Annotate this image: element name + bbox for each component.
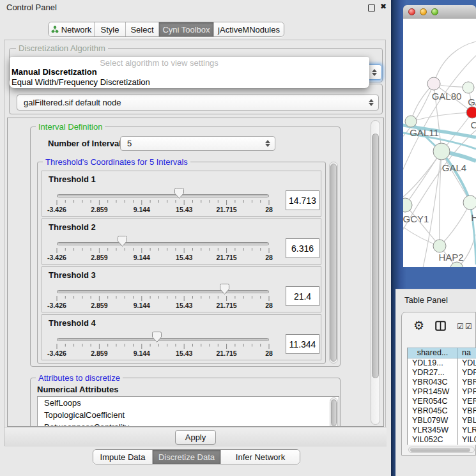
table-cell[interactable]: YLR3 bbox=[458, 426, 476, 435]
tab-label: Cyni Toolbox bbox=[162, 25, 210, 35]
desktop-background: GAL80GACGAL11GAL4GCY1HHAP2 Table Panel ⚙… bbox=[391, 0, 476, 476]
network-edge bbox=[405, 205, 440, 246]
table-cell[interactable]: YPR1 bbox=[458, 387, 476, 397]
tab-label: Network bbox=[61, 25, 92, 35]
table-cell[interactable]: YBR045C bbox=[408, 406, 458, 416]
table-panel-title: Table Panel bbox=[404, 295, 448, 305]
attribute-item[interactable]: TopologicalCoefficient bbox=[38, 409, 339, 421]
attribute-item[interactable]: SelfLoops bbox=[38, 397, 339, 409]
red-node[interactable] bbox=[466, 107, 476, 118]
table-row[interactable]: YIL052CYIL0 bbox=[408, 435, 476, 445]
attribute-item[interactable]: BetweennessCentrality bbox=[38, 421, 339, 427]
table-cell[interactable]: YBL0 bbox=[458, 416, 476, 426]
attributes-group-label: Attributes to discretize bbox=[36, 373, 123, 383]
slider-track[interactable] bbox=[57, 194, 269, 197]
table-cell[interactable]: YER0 bbox=[458, 397, 476, 406]
table-cell[interactable]: YDL1 bbox=[458, 358, 476, 368]
algorithm-option-2[interactable]: Equal Width/Frequency Discretization bbox=[12, 77, 150, 87]
network-window-titlebar[interactable] bbox=[403, 5, 476, 19]
table-cell[interactable]: YIL052C bbox=[408, 435, 458, 445]
node-attribute-table: shared...naYDL19...YDL1YDR27...YDR2YBR04… bbox=[407, 348, 476, 445]
tab-infer-network[interactable]: Infer Network bbox=[221, 450, 300, 464]
slider-track[interactable] bbox=[57, 290, 269, 293]
node-label: GAL80 bbox=[432, 91, 462, 102]
node-label: GCY1 bbox=[403, 213, 429, 224]
table-header-shared[interactable]: shared... bbox=[408, 348, 458, 358]
table-cell[interactable]: YBL079W bbox=[408, 416, 458, 426]
network-canvas[interactable]: GAL80GACGAL11GAL4GCY1HHAP2 bbox=[403, 19, 476, 267]
apply-button[interactable]: Apply bbox=[175, 430, 216, 445]
table-data-group: Table Data galFiltered.sif default node bbox=[9, 84, 383, 114]
table-cell[interactable]: YDR27... bbox=[408, 368, 458, 378]
settings-scroll-viewport: Interval Definition Number of Intervals … bbox=[7, 118, 384, 427]
table-data-combobox[interactable]: galFiltered.sif default node bbox=[17, 95, 379, 111]
algorithm-option-1[interactable]: Manual Discretization bbox=[12, 67, 97, 77]
table-row[interactable]: YLR345WYLR3 bbox=[408, 426, 476, 435]
cyni-toolbox-panel: Discretization Algorithm Select algorith… bbox=[4, 40, 386, 446]
table-cell[interactable]: YBR0 bbox=[458, 378, 476, 387]
numerical-attributes-list[interactable]: SelfLoopsTopologicalCoefficientBetweenne… bbox=[37, 396, 339, 427]
table-row[interactable]: YER054CYER0 bbox=[408, 397, 476, 406]
tab-jactivemnodules[interactable]: jActiveMNodules bbox=[214, 22, 284, 36]
table-cell[interactable]: YIL0 bbox=[458, 435, 476, 445]
GAL4-node[interactable] bbox=[433, 143, 450, 160]
attributes-list-scrollbar[interactable] bbox=[330, 397, 338, 427]
slider-thumb[interactable] bbox=[152, 332, 162, 342]
tab-discretize-data[interactable]: Discretize Data bbox=[153, 450, 221, 464]
table-cell[interactable]: YER054C bbox=[408, 397, 458, 406]
GCY1-node[interactable] bbox=[403, 198, 412, 212]
HAP2-node[interactable] bbox=[433, 240, 446, 252]
mac-close-button[interactable] bbox=[408, 8, 415, 15]
table-row[interactable]: YDL19...YDL1 bbox=[408, 358, 476, 368]
slider-track[interactable] bbox=[57, 242, 269, 245]
table-row[interactable]: YBL079WYBL0 bbox=[408, 416, 476, 426]
checkbox-icon[interactable]: ☑ bbox=[465, 322, 472, 331]
H-node[interactable] bbox=[463, 196, 476, 210]
viewport-scrollbar[interactable] bbox=[371, 120, 380, 425]
network-edge bbox=[405, 151, 441, 205]
tab-label: Infer Network bbox=[236, 452, 285, 462]
gear-icon[interactable]: ⚙ bbox=[413, 318, 424, 333]
slider-thumb[interactable] bbox=[118, 236, 127, 247]
table-row[interactable]: YPR145WYPR1 bbox=[408, 387, 476, 397]
mac-minimize-button[interactable] bbox=[420, 8, 427, 15]
table-cell[interactable]: YDR2 bbox=[458, 368, 476, 378]
GAL80-node[interactable] bbox=[427, 77, 440, 90]
table-row[interactable]: YBR045CYBR0 bbox=[408, 406, 476, 416]
slider-track[interactable] bbox=[57, 338, 269, 341]
GA-node[interactable] bbox=[463, 82, 474, 93]
table-cell[interactable]: YBR043C bbox=[408, 378, 458, 387]
threshold-value-field[interactable]: 21.4 bbox=[286, 286, 319, 306]
table-cell[interactable]: YPR145W bbox=[408, 387, 458, 397]
table-row[interactable]: YBR043CYBR0 bbox=[408, 378, 476, 387]
checkbox-icon[interactable]: ☑ bbox=[457, 322, 464, 331]
tick-label: 2.859 bbox=[91, 302, 107, 309]
table-cell[interactable]: YLR345W bbox=[408, 426, 458, 435]
tab-cyni-toolbox[interactable]: Cyni Toolbox bbox=[159, 22, 214, 36]
table-header-name[interactable]: na bbox=[458, 348, 476, 358]
slider-thumb[interactable] bbox=[174, 188, 184, 199]
mac-zoom-button[interactable] bbox=[431, 8, 438, 15]
tab-impute-data[interactable]: Impute Data bbox=[93, 450, 153, 464]
threshold-value-field[interactable]: 6.316 bbox=[286, 238, 319, 258]
table-horizontal-scrollbar[interactable] bbox=[408, 447, 475, 453]
table-cell[interactable]: YBR0 bbox=[458, 406, 476, 416]
tab-style[interactable]: Style bbox=[95, 22, 126, 36]
tab-network[interactable]: Network bbox=[49, 22, 95, 36]
close-icon[interactable]: ✖ bbox=[380, 2, 387, 11]
float-window-icon[interactable] bbox=[368, 4, 375, 12]
tab-select[interactable]: Select bbox=[126, 22, 159, 36]
table-row[interactable]: YDR27...YDR2 bbox=[408, 368, 476, 378]
table-cell[interactable]: YDL19... bbox=[408, 358, 458, 368]
GAL11-node[interactable] bbox=[405, 116, 417, 127]
node-label: H bbox=[472, 212, 476, 223]
threshold-value-field[interactable]: 11.344 bbox=[286, 334, 319, 354]
columns-icon[interactable] bbox=[435, 321, 446, 331]
number-of-intervals-combobox[interactable]: 5 bbox=[120, 136, 275, 151]
thresholds-scrollbar[interactable] bbox=[329, 162, 338, 364]
slider-thumb[interactable] bbox=[220, 284, 229, 295]
threshold-value-field[interactable]: 14.713 bbox=[286, 190, 319, 210]
node-label: GA bbox=[468, 96, 476, 107]
tab-label: Discretize Data bbox=[158, 452, 215, 462]
interval-definition-group: Interval Definition Number of Intervals … bbox=[30, 127, 341, 367]
